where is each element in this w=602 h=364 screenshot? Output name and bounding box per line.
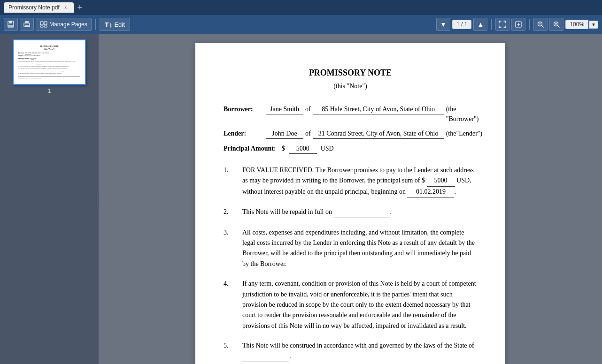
svg-rect-6 (40, 22, 43, 25)
svg-rect-2 (8, 25, 13, 27)
edit-label: Edit (114, 21, 124, 28)
usd-label: USD (321, 144, 334, 153)
item5-state-field[interactable] (242, 351, 289, 362)
item1-date-field[interactable]: 01.02.2019 (407, 187, 454, 197)
toolbar: Manage Pages T↕ Edit ▼ 1 / 1 ▲ 100% ▼ (0, 15, 602, 34)
borrower-of-text: of (305, 104, 311, 114)
tab-close-icon[interactable]: × (62, 4, 69, 11)
item-3-number: 3. (224, 228, 242, 237)
nav-next-button[interactable]: ▲ (473, 18, 487, 31)
tab-label: Promissory Note.pdf (8, 4, 60, 11)
item-5-content: This Note will be construed in accordanc… (242, 341, 477, 362)
edit-button[interactable]: T↕ Edit (100, 18, 130, 31)
toolbar-divider-2 (491, 19, 492, 30)
lender-address-field[interactable]: 31 Conrad Street, City of Avon, State of… (313, 129, 444, 139)
fit-width-button[interactable] (495, 18, 509, 31)
item-2-content: This Note will be repaid in full on . (242, 207, 477, 218)
manage-pages-button[interactable]: Manage Pages (36, 18, 92, 31)
svg-rect-1 (9, 21, 12, 23)
edit-icon: T↕ (105, 21, 113, 29)
document-title: PROMISSORY NOTE (224, 67, 477, 79)
lender-row: Lender: John Doe of 31 Conrad Street, Ci… (224, 129, 477, 139)
list-item-5: 5. This Note will be construed in accord… (224, 341, 477, 362)
lender-label: Lender: (224, 129, 266, 138)
sidebar-collapse-button[interactable]: « (98, 190, 99, 208)
svg-rect-8 (40, 26, 43, 27)
zoom-out-button[interactable] (533, 18, 548, 31)
item2-repay-field[interactable] (333, 207, 390, 218)
principal-label: Principal Amount: (224, 144, 276, 153)
item-1-content: FOR VALUE RECEIVED. The Borrower promise… (242, 165, 477, 197)
manage-pages-label: Manage Pages (49, 21, 87, 28)
zoom-in-button[interactable] (549, 18, 563, 31)
document-viewer: PROMISSORY NOTE (this "Note") Borrower: … (99, 34, 602, 364)
svg-rect-4 (25, 21, 29, 23)
document-subtitle: (this "Note") (224, 81, 477, 91)
borrower-role-text: (the "Borrower") (446, 104, 479, 124)
navigation-group: ▼ 1 / 1 ▲ (436, 18, 487, 31)
borrower-address-field[interactable]: 85 Hale Street, City of Avon, State of O… (313, 104, 444, 114)
fit-page-button[interactable] (511, 18, 525, 31)
active-tab[interactable]: Promissory Note.pdf × (4, 2, 74, 13)
nav-next-icon: ▲ (477, 21, 484, 28)
toolbar-divider-1 (95, 19, 96, 30)
principal-row: Principal Amount: $ 5000 USD (224, 144, 477, 154)
zoom-group: 100% ▼ (565, 20, 598, 29)
list-item-1: 1. FOR VALUE RECEIVED. The Borrower prom… (224, 165, 477, 197)
title-bar: Promissory Note.pdf × + (0, 0, 602, 15)
lender-of-text: of (305, 129, 311, 138)
borrower-row: Borrower: Jane Smith of 85 Hale Street, … (224, 104, 477, 124)
borrower-name-field[interactable]: Jane Smith (266, 104, 303, 114)
borrower-label: Borrower: (224, 104, 266, 114)
document-page: PROMISSORY NOTE (this "Note") Borrower: … (195, 43, 505, 364)
list-item-3: 3. All costs, expenses and expenditures … (224, 228, 477, 270)
principal-value-field[interactable]: 5000 (289, 144, 317, 154)
page-number-label: 1 (48, 88, 51, 94)
item-4-content: If any term, covenant, condition or prov… (242, 279, 477, 331)
nav-prev-button[interactable]: ▼ (436, 18, 450, 31)
sidebar: PROMISSORY NOTE(this "Note") Borrower: J… (0, 34, 99, 364)
svg-rect-5 (25, 25, 29, 27)
page-thumbnail-1[interactable]: PROMISSORY NOTE(this "Note") Borrower: J… (13, 39, 86, 85)
item-5-number: 5. (224, 341, 242, 350)
save-button[interactable] (4, 18, 18, 31)
page-indicator: 1 / 1 (452, 20, 471, 29)
list-item-4: 4. If any term, covenant, condition or p… (224, 279, 477, 331)
zoom-dropdown-button[interactable]: ▼ (589, 21, 598, 29)
main-area: PROMISSORY NOTE(this "Note") Borrower: J… (0, 34, 602, 364)
new-tab-button[interactable]: + (77, 3, 83, 13)
item1-principal-field[interactable]: 5000 (427, 175, 455, 186)
item-2-number: 2. (224, 207, 242, 217)
zoom-value: 100% (565, 20, 588, 29)
nav-prev-icon: ▼ (440, 21, 447, 28)
toolbar-divider-3 (529, 19, 530, 30)
lender-name-field[interactable]: John Doe (266, 129, 303, 139)
document-items-list: 1. FOR VALUE RECEIVED. The Borrower prom… (224, 165, 477, 364)
item-4-number: 4. (224, 279, 242, 288)
lender-role-text: (the"Lender") (446, 129, 483, 138)
item-3-content: All costs, expenses and expenditures inc… (242, 228, 477, 270)
list-item-2: 2. This Note will be repaid in full on . (224, 207, 477, 218)
svg-rect-9 (44, 26, 47, 27)
print-button[interactable] (20, 18, 34, 31)
item-1-number: 1. (224, 165, 242, 175)
dollar-sign: $ (282, 144, 285, 153)
svg-rect-7 (44, 22, 47, 25)
